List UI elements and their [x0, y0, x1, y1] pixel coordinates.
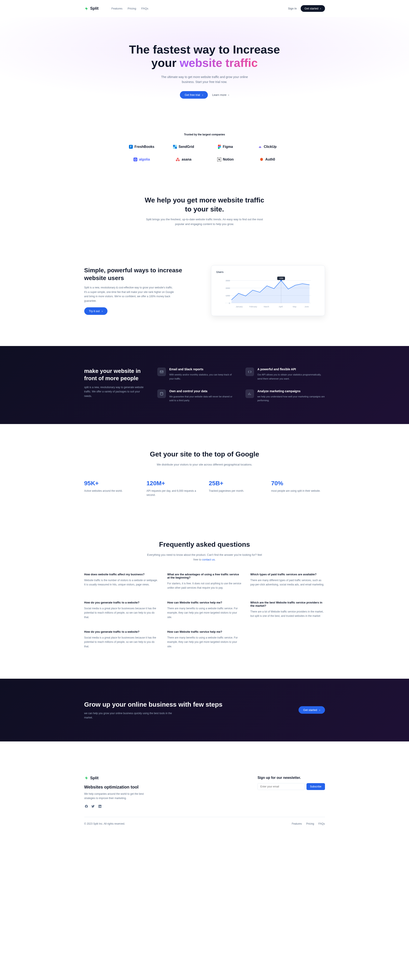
twitter-icon[interactable] [91, 804, 95, 808]
svg-text:April: April [279, 305, 283, 308]
svg-text:May: May [293, 305, 297, 308]
footer-nav-features[interactable]: Features [292, 822, 302, 825]
svg-text:1000: 1000 [226, 294, 230, 297]
svg-rect-36 [160, 371, 163, 373]
svg-rect-39 [99, 806, 99, 807]
code-icon [245, 368, 254, 376]
chart-title: Users [216, 270, 320, 274]
svg-text:+25K: +25K [279, 277, 283, 279]
hero-line2b: website traffic [180, 56, 258, 69]
nav-faqs[interactable]: FAQs [142, 7, 148, 10]
users-chart: 2500 2000 1000 0 +25K January February M… [216, 276, 320, 310]
faq-item: What are the advantages of using a free … [167, 573, 242, 590]
svg-point-15 [178, 159, 180, 161]
cta-section: Grow up your online business with few st… [0, 679, 409, 741]
feature-analyze: Analyze marketing campaignswe help you u… [245, 390, 325, 402]
faq-item: How does website traffic affect my busin… [84, 573, 159, 590]
svg-point-9 [220, 146, 221, 148]
logo-notion: NNotion [211, 158, 240, 161]
svg-text:February: February [249, 305, 257, 308]
feature-section: Simple, powerful ways to increase websit… [0, 235, 409, 346]
faq-item: How do you generate traffic to a website… [84, 630, 159, 649]
newsletter: Sign up for our newsletter. Subscribe [258, 776, 325, 808]
stat-item: 120M+API requests per day, and 6,000 req… [146, 480, 200, 497]
cta-title: Grow up your online business with few st… [84, 700, 223, 709]
email-input[interactable] [258, 783, 305, 790]
feature-own-data: Own and control your dataWe guarantee th… [158, 390, 237, 402]
footer: Split Websites optimization tool We help… [0, 741, 409, 834]
stat-item: 70%most people are using split in their … [271, 480, 325, 497]
faq-section: Frequently asked questions Everything yo… [0, 523, 409, 679]
dark-features-section: make your website in front of more peopl… [0, 346, 409, 424]
faq-item: Which are the best Website traffic servi… [250, 601, 325, 619]
footer-logo[interactable]: Split [84, 776, 153, 780]
svg-text:F: F [130, 145, 132, 148]
svg-text:0: 0 [229, 302, 230, 304]
footer-nav: Features Pricing FAQs [292, 822, 325, 825]
footer-nav-faqs[interactable]: FAQs [318, 822, 325, 825]
logo-figma: Figma [211, 145, 240, 149]
copyright: © 2023 Split Inc. All rights reserved. [84, 822, 125, 825]
hero-line2a: your [151, 56, 180, 69]
chart-card: Users 2500 2000 1000 0 +25K Janu [211, 265, 325, 316]
logo-icon [84, 6, 89, 11]
facebook-icon[interactable] [84, 804, 88, 808]
faq-sub: Everything you need to know about the pr… [145, 552, 265, 562]
social-links [84, 804, 153, 808]
feature-sub: Split is a new, revolutionary & cost-eff… [84, 285, 175, 303]
svg-rect-4 [175, 145, 177, 147]
dark-title: make your website in front of more peopl… [84, 368, 145, 382]
main-nav: Features Pricing FAQs [111, 7, 148, 10]
logo-freshbooks: FFreshBooks [127, 145, 156, 149]
trusted-label: Trusted by the largest companies [84, 133, 325, 136]
hero-section: The fastest way to Increase your website… [0, 17, 409, 120]
dark-sub: split is a new, revolutionary way to gen… [84, 385, 145, 398]
stat-item: 95K+Active websites around the world. [84, 480, 138, 497]
brand-name: Split [90, 6, 99, 11]
nav-pricing[interactable]: Pricing [128, 7, 136, 10]
header: Split Features Pricing FAQs Sign In Get … [84, 0, 325, 17]
svg-rect-3 [175, 147, 177, 149]
signin-link[interactable]: Sign In [288, 7, 297, 10]
free-trial-button[interactable]: Get free trial [180, 91, 208, 99]
help-section: We help you get more website traffic to … [0, 187, 409, 235]
logo-clickup: ClickUp [253, 145, 282, 149]
feature-email-reports: Email and Slack reportsWith weekly and/o… [158, 368, 237, 380]
subscribe-button[interactable]: Subscribe [307, 783, 325, 790]
mail-icon [158, 368, 166, 376]
faq-title: Frequently asked questions [145, 540, 265, 549]
learn-more-button[interactable]: Learn more [212, 93, 229, 97]
stats-grid: 95K+Active websites around the world. 12… [84, 480, 325, 497]
database-icon [158, 390, 166, 398]
hero-subtitle: The ultimate way to get more website tra… [159, 75, 250, 84]
stats-sub: We distribute your visitors to your site… [145, 462, 265, 467]
footer-nav-pricing[interactable]: Pricing [306, 822, 314, 825]
hero-cta: Get free trial Learn more [84, 91, 325, 99]
linkedin-icon[interactable] [98, 804, 102, 808]
dark-features-grid: Email and Slack reportsWith weekly and/o… [158, 368, 325, 402]
hero-line1: The fastest way to Increase [129, 43, 280, 56]
svg-rect-2 [173, 145, 175, 147]
logo-auth0: Auth0 [253, 158, 282, 161]
svg-point-14 [176, 159, 178, 161]
svg-text:March: March [264, 305, 269, 308]
get-started-button[interactable]: Get started [301, 5, 325, 12]
logo[interactable]: Split [84, 6, 99, 11]
faq-item: How can Website traffic service help me?… [167, 630, 242, 649]
svg-rect-11 [134, 158, 137, 161]
svg-point-37 [160, 392, 163, 393]
svg-text:2500: 2500 [226, 280, 230, 282]
contact-link[interactable]: contact us [202, 558, 215, 561]
footer-title: Websites optimization tool [84, 784, 153, 789]
logo-grid: FFreshBooks SendGrid Figma ClickUp algol… [127, 145, 282, 161]
feature-title: Simple, powerful ways to increase websit… [84, 266, 198, 282]
feature-api: A powerful and flexible APIOur API allow… [245, 368, 325, 380]
nav-features[interactable]: Features [111, 7, 123, 10]
faq-item: Which types of paid traffic services are… [250, 573, 325, 590]
faq-grid: How does website traffic affect my busin… [84, 573, 325, 649]
cta-get-started-button[interactable]: Get started [299, 706, 325, 714]
trusted-section: Trusted by the largest companies FFreshB… [0, 120, 409, 187]
try-it-button[interactable]: Try it out [84, 307, 107, 315]
chart-icon [245, 390, 254, 398]
logo-algolia: algolia [127, 158, 156, 161]
